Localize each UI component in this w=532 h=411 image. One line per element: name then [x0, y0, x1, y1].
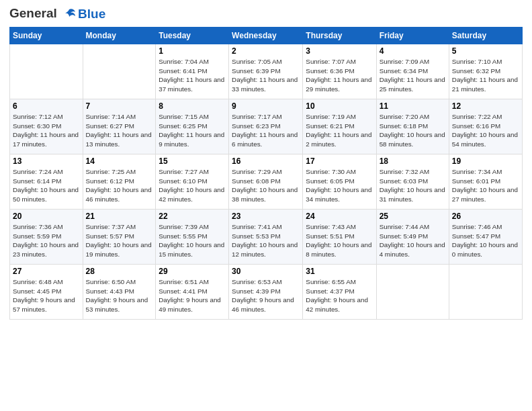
day-number: 3 — [306, 46, 373, 56]
calendar-cell: 30Sunrise: 6:53 AMSunset: 4:39 PMDayligh… — [229, 265, 303, 320]
calendar-week-row: 20Sunrise: 7:36 AMSunset: 5:59 PMDayligh… — [10, 210, 523, 265]
day-number: 25 — [380, 212, 446, 221]
calendar-week-row: 27Sunrise: 6:48 AMSunset: 4:45 PMDayligh… — [10, 265, 523, 320]
calendar-cell: 4Sunrise: 7:09 AMSunset: 6:34 PMDaylight… — [376, 44, 449, 99]
day-number: 14 — [86, 156, 153, 166]
day-number: 5 — [452, 46, 519, 56]
day-number: 19 — [452, 156, 519, 166]
day-number: 24 — [306, 212, 373, 221]
calendar-cell: 22Sunrise: 7:39 AMSunset: 5:55 PMDayligh… — [156, 210, 229, 265]
day-number: 9 — [232, 101, 300, 111]
day-number: 1 — [159, 46, 226, 56]
day-detail: Sunrise: 7:07 AMSunset: 6:36 PMDaylight:… — [306, 57, 373, 94]
calendar-cell: 9Sunrise: 7:17 AMSunset: 6:23 PMDaylight… — [229, 99, 303, 154]
calendar-cell: 13Sunrise: 7:24 AMSunset: 6:14 PMDayligh… — [10, 154, 83, 210]
weekday-header-row: SundayMondayTuesdayWednesdayThursdayFrid… — [10, 28, 523, 44]
calendar-cell: 21Sunrise: 7:37 AMSunset: 5:57 PMDayligh… — [83, 210, 156, 265]
weekday-header-tuesday: Tuesday — [156, 28, 229, 44]
calendar-cell: 26Sunrise: 7:46 AMSunset: 5:47 PMDayligh… — [449, 210, 522, 265]
calendar-cell: 10Sunrise: 7:19 AMSunset: 6:21 PMDayligh… — [303, 99, 376, 154]
day-detail: Sunrise: 6:48 AMSunset: 4:45 PMDaylight:… — [13, 277, 80, 314]
calendar-cell — [376, 265, 449, 320]
page-header: General Blue — [9, 7, 523, 21]
calendar-cell: 1Sunrise: 7:04 AMSunset: 6:41 PMDaylight… — [156, 44, 229, 99]
calendar-cell: 20Sunrise: 7:36 AMSunset: 5:59 PMDayligh… — [10, 210, 83, 265]
day-detail: Sunrise: 7:27 AMSunset: 6:10 PMDaylight:… — [159, 167, 226, 204]
calendar-cell — [10, 44, 83, 99]
day-number: 23 — [232, 212, 300, 221]
day-detail: Sunrise: 7:44 AMSunset: 5:49 PMDaylight:… — [380, 222, 446, 259]
day-number: 6 — [13, 101, 80, 111]
calendar-cell: 24Sunrise: 7:43 AMSunset: 5:51 PMDayligh… — [303, 210, 376, 265]
day-detail: Sunrise: 7:12 AMSunset: 6:30 PMDaylight:… — [13, 112, 80, 149]
calendar-cell: 8Sunrise: 7:15 AMSunset: 6:25 PMDaylight… — [156, 99, 229, 154]
day-detail: Sunrise: 7:05 AMSunset: 6:39 PMDaylight:… — [232, 57, 300, 94]
day-number: 18 — [380, 156, 446, 166]
day-number: 26 — [452, 212, 519, 221]
calendar-cell: 2Sunrise: 7:05 AMSunset: 6:39 PMDaylight… — [229, 44, 303, 99]
day-number: 21 — [86, 212, 153, 221]
day-detail: Sunrise: 7:24 AMSunset: 6:14 PMDaylight:… — [13, 167, 80, 204]
calendar-cell: 29Sunrise: 6:51 AMSunset: 4:41 PMDayligh… — [156, 265, 229, 320]
calendar-cell: 18Sunrise: 7:32 AMSunset: 6:03 PMDayligh… — [376, 154, 449, 210]
calendar-week-row: 6Sunrise: 7:12 AMSunset: 6:30 PMDaylight… — [10, 99, 523, 154]
logo-bird-icon — [62, 7, 77, 21]
calendar-cell: 28Sunrise: 6:50 AMSunset: 4:43 PMDayligh… — [83, 265, 156, 320]
day-detail: Sunrise: 7:22 AMSunset: 6:16 PMDaylight:… — [452, 112, 519, 149]
day-number: 4 — [380, 46, 446, 56]
day-detail: Sunrise: 7:25 AMSunset: 6:12 PMDaylight:… — [86, 167, 153, 204]
day-detail: Sunrise: 7:43 AMSunset: 5:51 PMDaylight:… — [306, 222, 373, 259]
day-number: 20 — [13, 212, 80, 221]
day-detail: Sunrise: 7:29 AMSunset: 6:08 PMDaylight:… — [232, 167, 300, 204]
logo: General Blue — [9, 7, 105, 21]
day-number: 7 — [86, 101, 153, 111]
weekday-header-thursday: Thursday — [303, 28, 376, 44]
calendar-table: SundayMondayTuesdayWednesdayThursdayFrid… — [9, 27, 523, 320]
weekday-header-saturday: Saturday — [449, 28, 522, 44]
weekday-header-wednesday: Wednesday — [229, 28, 303, 44]
day-detail: Sunrise: 6:53 AMSunset: 4:39 PMDaylight:… — [232, 277, 300, 314]
day-detail: Sunrise: 6:55 AMSunset: 4:37 PMDaylight:… — [306, 277, 373, 314]
day-detail: Sunrise: 7:19 AMSunset: 6:21 PMDaylight:… — [306, 112, 373, 149]
day-number: 29 — [159, 267, 226, 276]
weekday-header-friday: Friday — [376, 28, 449, 44]
calendar-cell: 11Sunrise: 7:20 AMSunset: 6:18 PMDayligh… — [376, 99, 449, 154]
calendar-cell: 5Sunrise: 7:10 AMSunset: 6:32 PMDaylight… — [449, 44, 522, 99]
day-detail: Sunrise: 7:15 AMSunset: 6:25 PMDaylight:… — [159, 112, 226, 149]
day-detail: Sunrise: 7:41 AMSunset: 5:53 PMDaylight:… — [232, 222, 300, 259]
day-detail: Sunrise: 6:50 AMSunset: 4:43 PMDaylight:… — [86, 277, 153, 314]
day-detail: Sunrise: 7:34 AMSunset: 6:01 PMDaylight:… — [452, 167, 519, 204]
calendar-cell: 27Sunrise: 6:48 AMSunset: 4:45 PMDayligh… — [10, 265, 83, 320]
day-detail: Sunrise: 7:39 AMSunset: 5:55 PMDaylight:… — [159, 222, 226, 259]
day-detail: Sunrise: 6:51 AMSunset: 4:41 PMDaylight:… — [159, 277, 226, 314]
day-number: 17 — [306, 156, 373, 166]
day-number: 16 — [232, 156, 300, 166]
day-number: 13 — [13, 156, 80, 166]
day-number: 10 — [306, 101, 373, 111]
day-detail: Sunrise: 7:30 AMSunset: 6:05 PMDaylight:… — [306, 167, 373, 204]
day-detail: Sunrise: 7:37 AMSunset: 5:57 PMDaylight:… — [86, 222, 153, 259]
day-detail: Sunrise: 7:36 AMSunset: 5:59 PMDaylight:… — [13, 222, 80, 259]
day-detail: Sunrise: 7:10 AMSunset: 6:32 PMDaylight:… — [452, 57, 519, 94]
calendar-cell: 31Sunrise: 6:55 AMSunset: 4:37 PMDayligh… — [303, 265, 376, 320]
day-detail: Sunrise: 7:04 AMSunset: 6:41 PMDaylight:… — [159, 57, 226, 94]
calendar-cell — [83, 44, 156, 99]
calendar-cell: 25Sunrise: 7:44 AMSunset: 5:49 PMDayligh… — [376, 210, 449, 265]
calendar-cell: 17Sunrise: 7:30 AMSunset: 6:05 PMDayligh… — [303, 154, 376, 210]
day-detail: Sunrise: 7:20 AMSunset: 6:18 PMDaylight:… — [380, 112, 446, 149]
calendar-cell: 16Sunrise: 7:29 AMSunset: 6:08 PMDayligh… — [229, 154, 303, 210]
calendar-cell: 3Sunrise: 7:07 AMSunset: 6:36 PMDaylight… — [303, 44, 376, 99]
calendar-week-row: 1Sunrise: 7:04 AMSunset: 6:41 PMDaylight… — [10, 44, 523, 99]
day-number: 15 — [159, 156, 226, 166]
day-number: 27 — [13, 267, 80, 276]
day-number: 11 — [380, 101, 446, 111]
day-detail: Sunrise: 7:09 AMSunset: 6:34 PMDaylight:… — [380, 57, 446, 94]
day-number: 22 — [159, 212, 226, 221]
day-number: 8 — [159, 101, 226, 111]
calendar-cell: 23Sunrise: 7:41 AMSunset: 5:53 PMDayligh… — [229, 210, 303, 265]
calendar-cell: 15Sunrise: 7:27 AMSunset: 6:10 PMDayligh… — [156, 154, 229, 210]
day-detail: Sunrise: 7:46 AMSunset: 5:47 PMDaylight:… — [452, 222, 519, 259]
weekday-header-sunday: Sunday — [10, 28, 83, 44]
day-number: 2 — [232, 46, 300, 56]
day-number: 30 — [232, 267, 300, 276]
